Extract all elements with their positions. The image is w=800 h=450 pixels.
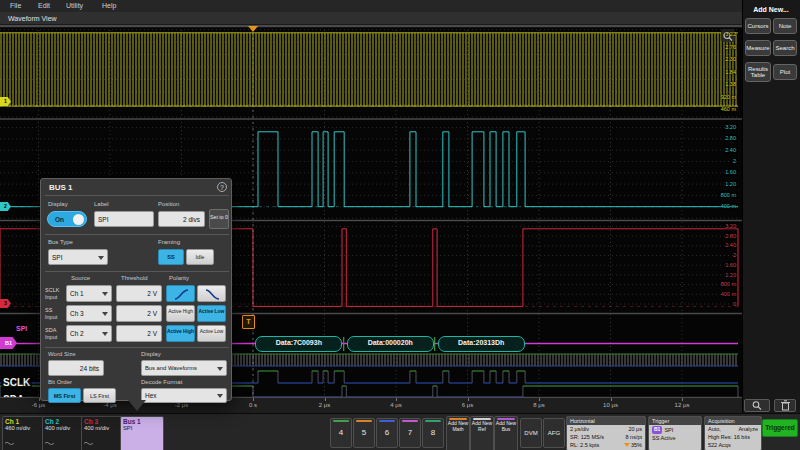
scale-label: 1.60: [725, 262, 736, 268]
bit-order-label: Bit Order: [48, 379, 72, 385]
search-button[interactable]: Search: [773, 40, 797, 56]
time-tick: [682, 398, 683, 401]
scale-label: 800 m: [721, 281, 736, 287]
menu-file[interactable]: File: [10, 2, 21, 9]
channel-8-button[interactable]: 8: [422, 418, 444, 448]
sclk-rising-edge-button[interactable]: [166, 285, 195, 302]
trigger-panel[interactable]: Trigger B1SPI SS Active: [648, 416, 702, 450]
chevron-down-icon: [98, 256, 104, 260]
sclk-source-value: Ch 1: [70, 290, 84, 297]
dialog-title: BUS 1: [49, 183, 73, 192]
time-tick: [253, 398, 254, 401]
word-size-field[interactable]: 24 bits: [48, 360, 104, 376]
zoom-tool-button[interactable]: [744, 399, 770, 412]
help-icon[interactable]: ?: [217, 182, 227, 192]
display-mode-dropdown[interactable]: Bus and Waveforms: [141, 360, 227, 376]
bus-name-label: SPI: [16, 325, 27, 332]
dvm-button[interactable]: DVM: [520, 418, 542, 448]
ss-threshold-field[interactable]: 2 V: [116, 305, 162, 322]
cursors-button[interactable]: Cursors: [745, 18, 771, 34]
sclk-threshold-field[interactable]: 2 V: [116, 285, 162, 302]
ch1-badge[interactable]: Ch 1 460 m/div 50 MHz: [2, 416, 46, 450]
afg-button[interactable]: AFG: [543, 418, 565, 448]
channel-4-button[interactable]: 4: [330, 418, 352, 448]
sda-active-high-button[interactable]: Active High: [166, 325, 195, 342]
channel-5-button[interactable]: 5: [353, 418, 375, 448]
menu-help[interactable]: Help: [102, 2, 116, 9]
bottom-bar: Ch 1 460 m/div 50 MHz Ch 2 400 m/div 50 …: [0, 413, 800, 450]
scale-label: 2.76: [725, 44, 736, 50]
ch2-badge-name: Ch 2: [45, 418, 83, 425]
scale-label: 2.80: [725, 233, 736, 239]
sda-threshold-field[interactable]: 2 V: [116, 325, 162, 342]
position-label: Position: [158, 201, 179, 207]
sclk-falling-edge-button[interactable]: [197, 285, 226, 302]
ss-source-dropdown[interactable]: Ch 3: [66, 305, 112, 322]
trigger-position-icon[interactable]: [248, 26, 258, 32]
ls-first-button[interactable]: LS First: [83, 388, 116, 403]
results-table-button[interactable]: Results Table: [745, 62, 771, 82]
position-field[interactable]: 2 divs: [158, 211, 205, 227]
trigger-panel-title: Trigger: [649, 417, 701, 425]
sda-threshold-value: 2 V: [147, 330, 157, 337]
note-button[interactable]: Note: [773, 18, 797, 34]
source-column-header: Source: [71, 275, 90, 281]
scale-label: 800 m: [721, 192, 736, 198]
add-new-bus-button[interactable]: Add New Bus: [494, 416, 518, 450]
ss-active-low-button[interactable]: Active Low: [197, 305, 226, 322]
add-new-title: Add New...: [742, 6, 800, 13]
bus1-badge[interactable]: Bus 1 SPI: [120, 416, 164, 450]
trash-button[interactable]: [774, 399, 796, 412]
acquisition-panel[interactable]: Acquisition Auto,Analyze High Res: 16 bi…: [704, 416, 762, 450]
display-toggle[interactable]: On: [47, 211, 87, 227]
horizontal-panel[interactable]: Horizontal 2 μs/div20 μs SR: 125 MS/s8 n…: [566, 416, 646, 450]
channel-7-button[interactable]: 7: [399, 418, 421, 448]
sda-active-low-button[interactable]: Active Low: [197, 325, 226, 342]
time-tick-label: 10 μs: [603, 402, 618, 408]
ch3-badge-name: Ch 3: [84, 418, 122, 425]
menu-utility[interactable]: Utility: [66, 2, 83, 9]
polarity-column-header: Polarity: [169, 275, 189, 281]
sda-source-value: Ch 2: [70, 330, 84, 337]
ss-active-high-button[interactable]: Active High: [166, 305, 195, 322]
channel-6-button[interactable]: 6: [376, 418, 398, 448]
menu-bar: File Edit Utility Help: [0, 0, 742, 12]
plot-button[interactable]: Plot: [773, 64, 797, 80]
chevron-down-icon: [217, 394, 223, 398]
ch3-badge[interactable]: Ch 3 400 m/div 50 MHz: [81, 416, 125, 450]
bus-label-field[interactable]: SPI: [94, 211, 154, 227]
framing-idle-button[interactable]: Idle: [186, 249, 214, 265]
trigger-source-badge: B1: [652, 426, 662, 434]
ch2-badge[interactable]: Ch 2 400 m/div 50 MHz: [42, 416, 86, 450]
decode-format-dropdown[interactable]: Hex: [141, 388, 227, 403]
triggered-status-button[interactable]: Triggered: [762, 419, 798, 437]
scale-label: 3.20: [725, 223, 736, 229]
sclk-source-dropdown[interactable]: Ch 1: [66, 285, 112, 302]
trigger-flag-icon[interactable]: T: [242, 315, 255, 329]
tab-waveform-view[interactable]: Waveform View: [8, 15, 57, 22]
add-new-math-button[interactable]: Add New Math: [446, 416, 470, 450]
scale-label: 1.38: [725, 81, 736, 87]
scale-label: 1.60: [725, 169, 736, 175]
resolution: 8 ns/pt: [625, 433, 642, 441]
add-new-ref-button[interactable]: Add New Ref: [470, 416, 494, 450]
decode-frame: Data:000020h: [347, 336, 434, 352]
trigger-type: SPI: [664, 426, 673, 434]
set-to-zero-button[interactable]: Set to 0: [209, 209, 229, 229]
measure-button[interactable]: Measure: [745, 40, 771, 56]
scale-label: 2.80: [725, 135, 736, 141]
acquisition-analyze: Analyze: [738, 425, 758, 433]
dialog-pointer-arrow: [128, 400, 146, 411]
scale-label: 920 m: [721, 94, 736, 100]
sample-rate: SR: 125 MS/s: [570, 433, 604, 441]
scale-label: 460 m: [721, 106, 736, 112]
horizontal-panel-title: Horizontal: [567, 417, 645, 425]
chevron-down-icon: [102, 332, 108, 336]
ms-first-button[interactable]: MS First: [48, 388, 81, 403]
framing-ss-button[interactable]: SS: [158, 249, 184, 265]
bus-type-dropdown[interactable]: SPI: [48, 249, 108, 265]
bus-color-bar: [497, 418, 515, 420]
menu-edit[interactable]: Edit: [38, 2, 50, 9]
divider: [45, 271, 229, 272]
sda-source-dropdown[interactable]: Ch 2: [66, 325, 112, 342]
